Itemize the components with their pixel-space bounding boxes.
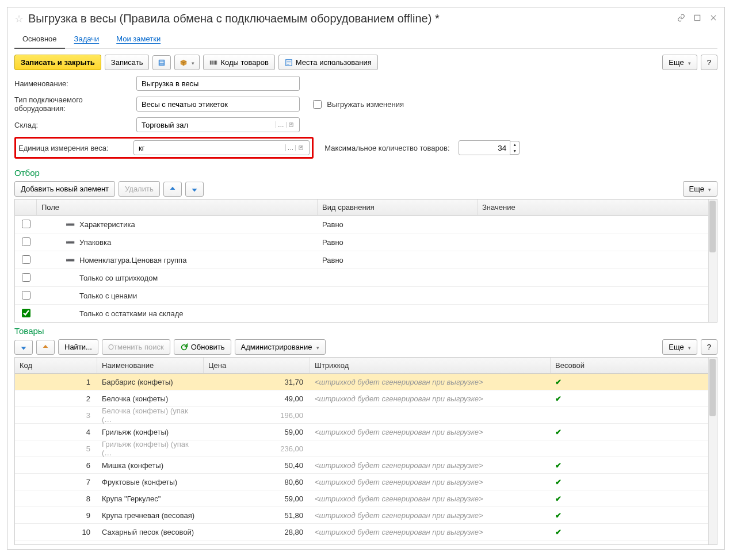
weight-unit-highlight: Единица измерения веса: …: [14, 137, 314, 159]
filter-checkbox[interactable]: [15, 216, 37, 233]
goods-title: Товары: [14, 323, 717, 337]
goods-down-button[interactable]: [14, 340, 33, 355]
admin-button[interactable]: Администрирование: [235, 339, 326, 355]
eq-input[interactable]: [136, 97, 300, 112]
more-button-top[interactable]: Еще: [662, 55, 697, 70]
gcol-code[interactable]: Код: [15, 358, 97, 373]
write-close-button[interactable]: Записать и закрыть: [14, 55, 101, 70]
cancel-find-button[interactable]: Отменить поиск: [102, 339, 170, 355]
col-field[interactable]: Поле: [37, 200, 318, 215]
move-up-button[interactable]: [163, 182, 182, 197]
svg-rect-0: [694, 15, 700, 20]
svg-rect-2: [160, 60, 164, 61]
filter-checkbox[interactable]: [15, 233, 37, 251]
filter-row[interactable]: ➖ХарактеристикаРавно: [15, 216, 717, 233]
delete-button[interactable]: Удалить: [119, 181, 160, 197]
refresh-button[interactable]: Обновить: [174, 339, 231, 355]
more-button-goods[interactable]: Еще: [662, 339, 697, 355]
goods-code: 3: [15, 409, 97, 422]
wh-input[interactable]: …: [136, 117, 300, 132]
maximize-icon[interactable]: [693, 14, 701, 24]
unit-select-dots[interactable]: …: [285, 144, 296, 151]
goods-row[interactable]: 3Белочка (конфеты) (упак (…196,00: [15, 407, 717, 424]
goods-row[interactable]: 9Крупа гречневая (весовая)51,80<штрихкод…: [15, 507, 717, 524]
add-element-button[interactable]: Добавить новый элемент: [14, 181, 115, 197]
tab-tasks[interactable]: Задачи: [66, 31, 108, 48]
favorite-star-icon[interactable]: ☆: [14, 13, 24, 25]
list-icon-button[interactable]: [152, 55, 171, 70]
goods-price: 59,00: [204, 492, 310, 505]
goods-barcode: <штрихкод будет сгенерирован при выгрузк…: [310, 492, 551, 505]
filter-row[interactable]: Только с остатками на складе: [15, 305, 717, 322]
svg-rect-7: [213, 60, 214, 64]
svg-rect-4: [160, 63, 164, 64]
more-button-filter[interactable]: Еще: [683, 181, 717, 197]
spin-up[interactable]: ▲: [510, 141, 519, 148]
goods-barcode: <штрихкод будет сгенерирован при выгрузк…: [310, 526, 551, 539]
link-icon[interactable]: [677, 14, 685, 24]
goods-row[interactable]: 1Барбарис (конфеты)31,70<штрихкод будет …: [15, 374, 717, 390]
goods-weight-icon: ✔: [551, 425, 597, 439]
filter-val: [478, 275, 717, 280]
col-cmp[interactable]: Вид сравнения: [318, 200, 478, 215]
goods-row[interactable]: 11Барбарис (конфеты), Не г…✔: [15, 540, 717, 544]
write-button[interactable]: Записать: [105, 55, 150, 70]
goods-row[interactable]: 5Грильяж (конфеты) (упак (…236,00: [15, 440, 717, 457]
spin-down[interactable]: ▼: [510, 148, 519, 154]
tab-notes[interactable]: Мои заметки: [108, 31, 169, 48]
package-dropdown-button[interactable]: [174, 55, 200, 70]
goods-up-button[interactable]: [36, 340, 55, 355]
filter-row[interactable]: Только с ценами: [15, 287, 717, 305]
upload-changes-checkbox[interactable]: Выгружать изменения: [311, 98, 404, 110]
goods-row[interactable]: 8Крупа "Геркулес"59,00<штрихкод будет сг…: [15, 490, 717, 507]
filter-cmp: [318, 293, 478, 298]
filter-checkbox[interactable]: [15, 287, 37, 304]
goods-row[interactable]: 6Мишка (конфеты)50,40<штрихкод будет сге…: [15, 457, 717, 474]
filter-val: [478, 258, 717, 262]
codes-button[interactable]: Коды товаров: [203, 55, 274, 70]
name-input[interactable]: [136, 76, 300, 91]
wh-select-dots[interactable]: …: [276, 121, 286, 128]
wh-open-icon[interactable]: [286, 122, 296, 128]
gcol-price[interactable]: Цена: [204, 358, 310, 373]
places-button[interactable]: Места использования: [278, 55, 378, 70]
goods-weight-icon: ✔: [551, 509, 597, 522]
goods-barcode: <штрихкод будет сгенерирован при выгрузк…: [310, 392, 551, 405]
tab-main[interactable]: Основное: [14, 31, 65, 48]
svg-rect-13: [287, 63, 291, 63]
unit-input[interactable]: …: [133, 140, 310, 155]
help-button-top[interactable]: ?: [701, 55, 717, 70]
gcol-bc[interactable]: Штрихкод: [310, 358, 551, 373]
help-button-goods[interactable]: ?: [701, 339, 717, 355]
max-input[interactable]: [459, 140, 510, 155]
close-icon[interactable]: [709, 14, 717, 24]
filter-row[interactable]: ➖УпаковкаРавно: [15, 233, 717, 251]
svg-rect-6: [212, 60, 212, 64]
filter-cmp: Равно: [318, 236, 478, 249]
goods-row[interactable]: 7Фруктовые (конфеты)80,60<штрихкод будет…: [15, 474, 717, 490]
refresh-label: Обновить: [191, 343, 225, 351]
gcol-name[interactable]: Наименование: [97, 358, 204, 373]
filter-checkbox[interactable]: [15, 251, 37, 269]
move-down-button[interactable]: [185, 182, 204, 197]
goods-barcode: <штрихкод будет сгенерирован при выгрузк…: [310, 509, 551, 522]
goods-row[interactable]: 10Сахарный песок (весовой)28,80<штрихкод…: [15, 524, 717, 540]
filter-checkbox[interactable]: [15, 269, 37, 286]
gcol-wt[interactable]: Весовой: [551, 358, 717, 373]
filter-grid: Поле Вид сравнения Значение ➖Характерист…: [14, 199, 717, 323]
wh-label: Склад:: [14, 121, 133, 129]
unit-open-icon[interactable]: [295, 145, 306, 151]
goods-code: 6: [15, 459, 97, 472]
find-button[interactable]: Найти...: [58, 339, 98, 355]
filter-cmp: Равно: [318, 254, 478, 267]
filter-title: Отбор: [14, 164, 717, 179]
goods-weight-icon: ✔: [551, 392, 597, 405]
svg-rect-8: [214, 60, 215, 64]
svg-rect-12: [287, 61, 291, 62]
goods-weight-icon: ✔: [551, 475, 597, 489]
col-val[interactable]: Значение: [478, 200, 717, 215]
filter-checkbox[interactable]: [15, 305, 37, 322]
goods-name: Фруктовые (конфеты): [97, 475, 204, 489]
filter-row[interactable]: Только со штрихкодом: [15, 269, 717, 287]
filter-row[interactable]: ➖Номенклатура.Ценовая группаРавно: [15, 251, 717, 269]
